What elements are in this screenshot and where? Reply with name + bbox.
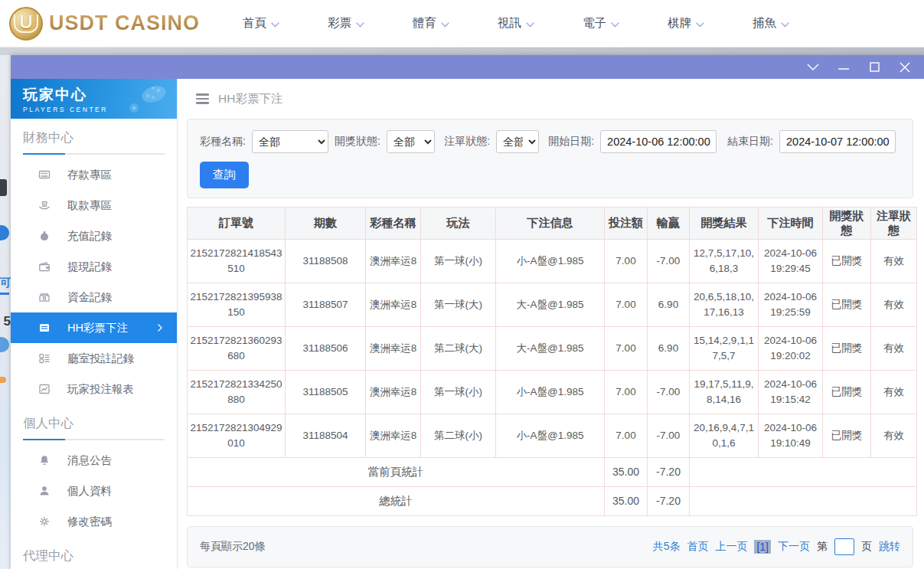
summary-bet-amount: 35.00: [605, 458, 648, 487]
page-size-text: 每頁顯示20條: [200, 540, 266, 554]
top-nav: 首頁彩票體育視訊電子棋牌捕魚: [243, 15, 789, 31]
section-title: 代理中心: [23, 548, 165, 569]
close-icon[interactable]: [895, 60, 915, 75]
cell-draw-result: 15,14,2,9,1,17,5,7: [690, 327, 759, 371]
jump-page-input[interactable]: [834, 538, 854, 555]
sidebar-item-announcements[interactable]: 消息公告: [11, 445, 177, 476]
nav-item-fishing[interactable]: 捕魚: [753, 15, 789, 31]
logo-coin-icon: U: [9, 7, 43, 41]
cell-win-loss: 6.90: [648, 283, 690, 327]
sidebar-item-label: 消息公告: [67, 453, 112, 468]
sidebar-item-label: 充值記錄: [67, 229, 112, 244]
chevron-down-icon[interactable]: [803, 60, 823, 75]
sidebar-item-funds-record[interactable]: 資金記錄: [11, 282, 177, 312]
cell-draw-status: 已開獎: [823, 283, 871, 327]
total-summary-row: 總統計35.00-7.20: [188, 487, 917, 516]
next-page-link[interactable]: 下一页: [778, 540, 810, 554]
sidebar-item-player-bet-report[interactable]: 玩家投注報表: [11, 374, 177, 404]
table-row: 215217282136029368031188506澳洲幸运8第二球(大)大-…: [188, 327, 917, 371]
nav-item-card-games[interactable]: 棋牌: [668, 15, 704, 31]
nav-item-live-video[interactable]: 視訊: [498, 15, 534, 31]
cell-play: 第一球(大): [421, 283, 496, 327]
cell-lottery-name: 澳洲幸运8: [366, 240, 421, 283]
prev-page-link[interactable]: 上一页: [715, 540, 747, 554]
cell-order-no: 2152172821304929010: [188, 414, 286, 458]
sidebar-item-label: HH彩票下注: [67, 321, 128, 335]
sidebar-item-hall-bet-record[interactable]: 廳室投註記錄: [11, 343, 177, 374]
nav-item-sports[interactable]: 體育: [413, 15, 449, 31]
sidebar-item-label: 資金記錄: [67, 290, 112, 305]
cell-bet-time: 2024-10-06 19:25:59: [759, 283, 823, 327]
cell-draw-status: 已開獎: [823, 327, 871, 371]
nav-item-label: 電子: [583, 15, 606, 31]
main-panel: HH彩票下注 彩種名稱: 全部 開獎狀態: 全部 注單狀態: 全部: [178, 79, 924, 569]
start-date-input[interactable]: [600, 130, 717, 153]
total-count: 共5条: [653, 540, 681, 554]
summary-label: 當前頁統計: [188, 458, 605, 487]
bell-icon: [38, 454, 51, 466]
cell-bet-info: 大-A盤@1.985: [496, 283, 605, 327]
maximize-icon[interactable]: [864, 60, 884, 75]
end-date-label: 結束日期:: [727, 135, 773, 149]
cell-period: 31188508: [286, 240, 366, 283]
nav-item-home[interactable]: 首頁: [243, 15, 279, 31]
profile-icon: [38, 485, 51, 497]
window-titlebar: [11, 55, 924, 79]
cell-period: 31188507: [286, 283, 366, 327]
table-row: 215217282130492901031188504澳洲幸运8第二球(小)小-…: [188, 414, 917, 458]
cell-bet-info: 小-A盤@1.985: [496, 414, 605, 458]
menu: 存款專區取款專區充值記錄提現記錄資金記錄HH彩票下注廳室投註記錄玩家投注報表: [11, 159, 177, 404]
section-title: 個人中心: [23, 415, 165, 440]
end-date-input[interactable]: [779, 130, 896, 153]
cell-order-status: 有效: [871, 240, 917, 283]
sidebar-item-label: 取款專區: [67, 198, 112, 213]
cell-draw-status: 已開獎: [823, 371, 871, 414]
sidebar-item-label: 個人資料: [67, 484, 112, 499]
sidebar-item-hh-lottery-bet[interactable]: HH彩票下注: [11, 312, 177, 343]
lottery-bet-icon: [38, 322, 51, 334]
cell-period: 31188506: [286, 327, 366, 371]
sidebar-item-label: 存款專區: [67, 168, 112, 182]
bets-table: 訂單號期數彩種名稱玩法下注信息投注額輸贏開獎結果下注時間開獎狀態注單狀態 215…: [187, 207, 917, 516]
first-page-link[interactable]: 首页: [687, 540, 708, 554]
hamburger-menu-icon[interactable]: [196, 93, 209, 104]
chevron-down-icon: [271, 17, 279, 31]
lottery-name-select[interactable]: 全部: [252, 130, 328, 153]
nav-item-lottery[interactable]: 彩票: [328, 15, 364, 31]
sidebar-item-profile[interactable]: 個人資料: [11, 476, 177, 506]
jump-button[interactable]: 跳转: [879, 540, 900, 554]
order-status-select[interactable]: 全部: [496, 130, 539, 153]
search-button[interactable]: 查詢: [200, 162, 249, 188]
sidebar-item-deposit[interactable]: 存款專區: [11, 159, 177, 190]
cell-lottery-name: 澳洲幸运8: [366, 327, 421, 371]
cell-bet-time: 2024-10-06 19:20:02: [759, 327, 823, 371]
cell-bet-time: 2024-10-06 19:15:42: [759, 371, 823, 414]
minimize-icon[interactable]: [834, 60, 854, 75]
chevron-down-icon: [356, 17, 364, 31]
bets-table-wrap: 訂單號期數彩種名稱玩法下注信息投注額輸贏開獎結果下注時間開獎狀態注單狀態 215…: [187, 207, 913, 516]
sidebar-item-recharge-record[interactable]: 充值記錄: [11, 221, 177, 251]
cell-bet-amount: 7.00: [605, 327, 648, 371]
logo-text: USDT CASINO: [49, 11, 200, 35]
cell-draw-result: 19,17,5,11,9,8,14,16: [690, 371, 759, 414]
jump-prefix: 第: [817, 540, 828, 554]
cell-play: 第一球(小): [421, 371, 496, 414]
draw-status-label: 開獎狀態:: [335, 135, 380, 149]
background-fragment: [0, 293, 9, 295]
sidebar-item-withdraw[interactable]: 取款專區: [11, 190, 177, 221]
cell-draw-result: 12,7,5,17,10,6,18,3: [690, 240, 759, 283]
cell-draw-result: 20,6,5,18,10,17,16,13: [690, 283, 759, 327]
cell-lottery-name: 澳洲幸运8: [366, 371, 421, 414]
cell-bet-info: 大-A盤@1.985: [496, 327, 605, 371]
funds-record-icon: [38, 291, 51, 303]
hall-bet-record-icon: [38, 352, 51, 365]
cell-bet-amount: 7.00: [605, 240, 648, 283]
sidebar-item-change-password[interactable]: 修改密碼: [11, 506, 177, 537]
bet-report-icon: [38, 383, 51, 395]
summary-label: 總統計: [188, 487, 605, 516]
chevron-down-icon: [781, 17, 789, 31]
draw-status-select[interactable]: 全部: [387, 130, 435, 153]
sidebar-item-withdrawal-record[interactable]: 提現記錄: [11, 251, 177, 282]
filter-panel: 彩種名稱: 全部 開獎狀態: 全部 注單狀態: 全部 開始日期: 結束日期:: [187, 119, 913, 198]
nav-item-slots[interactable]: 電子: [583, 15, 619, 31]
